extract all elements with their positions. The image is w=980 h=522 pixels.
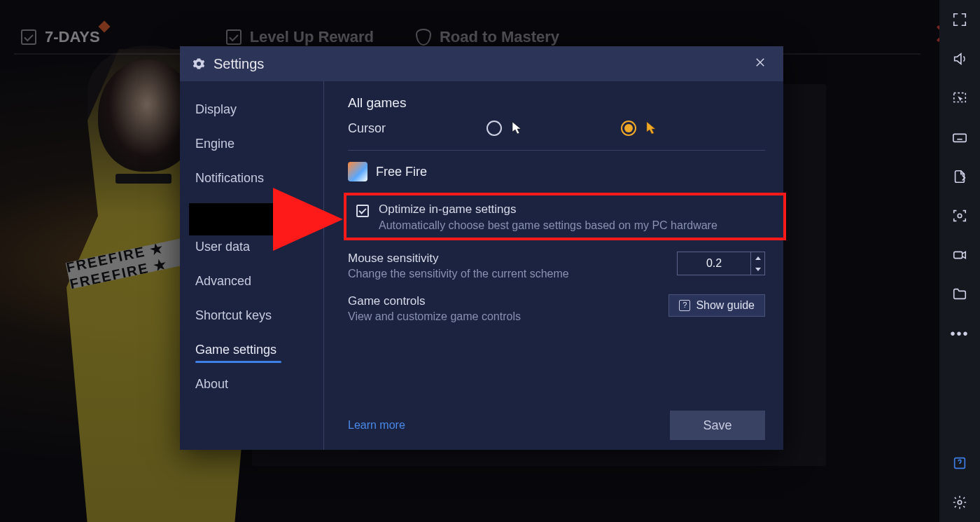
save-button[interactable]: Save xyxy=(670,411,765,440)
sidebar-item-user-data[interactable]: User data xyxy=(180,240,323,254)
question-icon: ? xyxy=(679,300,690,311)
mouse-sensitivity-row: Mouse sensitivity Change the sensitivity… xyxy=(348,252,765,280)
settings-modal: Settings Display Engine Notifications Pr… xyxy=(180,46,783,450)
sidebar-item-shortcut-keys[interactable]: Shortcut keys xyxy=(180,308,323,323)
more-icon: ••• xyxy=(951,326,969,342)
svg-point-7 xyxy=(958,500,962,504)
apk-icon xyxy=(952,169,967,184)
keyboard-icon xyxy=(952,130,967,145)
optimize-description: Automatically choose best game settings … xyxy=(379,219,718,232)
mouse-sensitivity-description: Change the sensitivity of the current sc… xyxy=(348,268,663,280)
sidebar-item-advanced[interactable]: Advanced xyxy=(180,274,323,289)
cursor-orange-icon xyxy=(646,121,657,135)
modal-close-button[interactable] xyxy=(750,52,771,76)
keymap-button[interactable] xyxy=(951,129,968,146)
show-guide-button[interactable]: ? Show guide xyxy=(668,294,765,317)
modal-body: Display Engine Notifications Preferences… xyxy=(180,81,783,450)
sidebar-item-display[interactable]: Display xyxy=(180,102,323,117)
folder-icon xyxy=(952,287,967,302)
fullscreen-icon xyxy=(952,12,967,27)
mouse-sensitivity-label: Mouse sensitivity xyxy=(348,252,663,266)
modal-header: Settings xyxy=(180,46,783,81)
modal-title: Settings xyxy=(214,56,264,72)
cursor-option-white[interactable] xyxy=(486,121,523,136)
chevron-up-icon xyxy=(755,256,761,260)
record-button[interactable] xyxy=(951,247,968,263)
cursor-row: Cursor xyxy=(348,121,765,136)
svg-rect-3 xyxy=(953,134,966,142)
help-icon xyxy=(952,455,967,471)
media-folder-button[interactable] xyxy=(951,286,968,303)
free-fire-app-icon xyxy=(348,162,368,181)
learn-more-link[interactable]: Learn more xyxy=(348,419,405,432)
radio-selected-icon xyxy=(621,121,636,136)
sidebar-item-notifications[interactable]: Notifications xyxy=(180,171,323,186)
install-apk-button[interactable] xyxy=(951,168,968,185)
mouse-sensitivity-input[interactable] xyxy=(678,252,750,275)
svg-rect-5 xyxy=(954,252,962,258)
game-controls-row: Game controls View and customize game co… xyxy=(348,294,765,323)
screenshot-button[interactable] xyxy=(951,207,968,224)
sidebar-item-preferences[interactable]: Preferences xyxy=(180,205,323,220)
cursor-lock-icon xyxy=(952,90,967,106)
modal-footer: Learn more Save xyxy=(348,401,765,440)
game-header-row: Free Fire xyxy=(348,162,765,181)
settings-button[interactable] xyxy=(951,494,968,511)
cursor-white-icon xyxy=(512,121,523,135)
radio-icon xyxy=(486,121,502,136)
sidebar-item-engine[interactable]: Engine xyxy=(180,137,323,151)
help-button[interactable] xyxy=(951,455,968,472)
spinner-up-button[interactable] xyxy=(751,252,764,263)
game-name: Free Fire xyxy=(376,165,427,179)
optimize-checkbox[interactable] xyxy=(356,205,369,217)
optimize-title: Optimize in-game settings xyxy=(379,202,718,217)
settings-content: All games Cursor Free Fire xyxy=(324,81,783,450)
emulator-side-toolbar: ••• xyxy=(939,0,980,522)
volume-icon xyxy=(952,51,967,67)
volume-button[interactable] xyxy=(951,50,968,67)
divider xyxy=(348,150,765,151)
svg-point-4 xyxy=(958,214,962,218)
more-button[interactable]: ••• xyxy=(951,325,968,342)
game-controls-label: Game controls xyxy=(348,294,654,308)
optimize-block: Optimize in-game settings Automatically … xyxy=(348,195,765,239)
game-controls-description: View and customize game controls xyxy=(348,310,654,323)
gear-icon xyxy=(952,495,967,510)
sidebar-item-about[interactable]: About xyxy=(180,377,323,392)
camera-icon xyxy=(952,208,967,224)
close-icon xyxy=(754,56,766,69)
settings-sidebar: Display Engine Notifications Preferences… xyxy=(180,81,324,450)
all-games-heading: All games xyxy=(348,95,765,111)
record-icon xyxy=(952,247,967,263)
spinner-down-button[interactable] xyxy=(751,263,764,275)
gear-icon xyxy=(192,57,205,70)
show-guide-label: Show guide xyxy=(696,299,755,312)
fullscreen-button[interactable] xyxy=(951,11,968,28)
cursor-label: Cursor xyxy=(348,121,486,136)
cursor-option-orange[interactable] xyxy=(621,121,657,136)
lock-cursor-button[interactable] xyxy=(951,90,968,107)
sidebar-item-game-settings[interactable]: Game settings xyxy=(180,343,323,357)
mouse-sensitivity-spinner xyxy=(677,252,765,275)
chevron-down-icon xyxy=(755,268,761,271)
